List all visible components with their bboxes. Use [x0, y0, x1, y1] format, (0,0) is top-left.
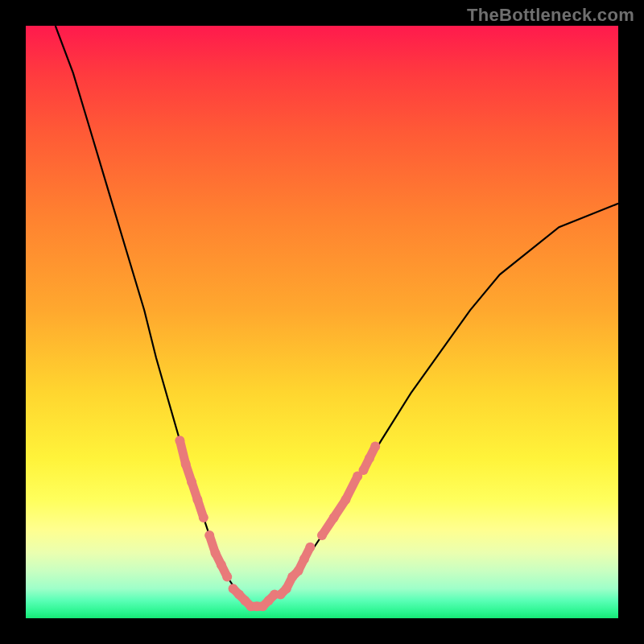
marker-dot — [299, 554, 309, 564]
plot-area — [26, 26, 618, 618]
marker-dot — [294, 566, 303, 576]
marker-dot — [175, 436, 184, 445]
marker-dot — [199, 513, 208, 522]
marker-dot — [305, 543, 315, 552]
marker-dot — [187, 477, 196, 487]
marker-segment — [322, 476, 357, 535]
marker-dot — [204, 530, 214, 540]
marker-dot — [211, 548, 221, 558]
watermark-text: TheBottleneck.com — [467, 5, 634, 26]
marker-dot — [222, 572, 232, 582]
chart-frame: TheBottleneck.com — [0, 0, 644, 644]
marker-dot — [341, 495, 350, 505]
marker-dot — [370, 442, 380, 452]
marker-dot — [192, 495, 202, 505]
curve-layer — [26, 26, 618, 618]
marker-dot — [181, 460, 191, 469]
marker-dot — [282, 584, 291, 593]
marker-dot — [365, 453, 374, 463]
marker-dot — [317, 530, 327, 540]
marker-dot — [359, 465, 369, 475]
marker-dot — [217, 560, 226, 570]
marker-dot — [329, 513, 339, 522]
